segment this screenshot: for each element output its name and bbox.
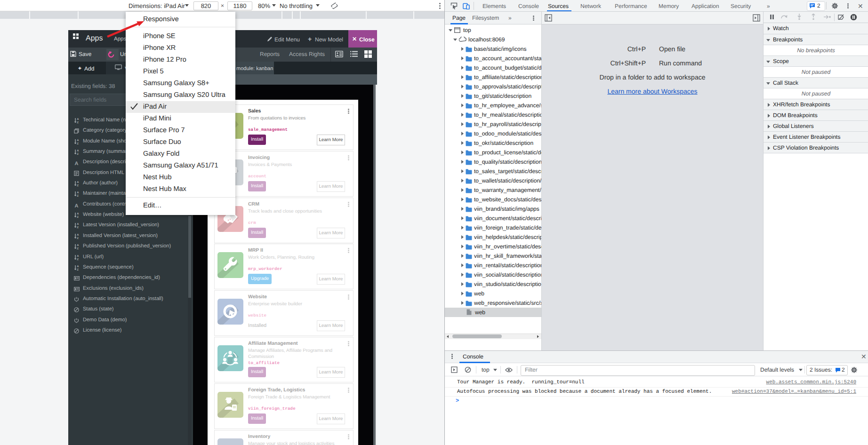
svg-text:Z: Z xyxy=(77,121,79,123)
svg-text:Z: Z xyxy=(77,226,79,228)
svg-text:Z: Z xyxy=(77,184,79,186)
svg-text:A: A xyxy=(77,149,79,152)
svg-text:Z: Z xyxy=(77,247,79,249)
svg-text:Z: Z xyxy=(77,215,79,218)
svg-text:A: A xyxy=(77,265,79,268)
svg-text:A: A xyxy=(77,244,79,247)
svg-text:Z: Z xyxy=(77,194,79,197)
svg-text:Z: Z xyxy=(77,142,79,144)
svg-text:A: A xyxy=(77,191,79,194)
svg-text:Z: Z xyxy=(77,268,79,270)
svg-text:A: A xyxy=(77,118,79,121)
svg-text:Z: Z xyxy=(77,152,79,155)
svg-text:A: A xyxy=(77,212,79,215)
svg-text:A: A xyxy=(77,222,79,226)
svg-text:A: A xyxy=(77,233,79,237)
svg-text:Z: Z xyxy=(77,258,79,260)
svg-text:A: A xyxy=(77,181,79,184)
svg-text:Z: Z xyxy=(77,237,79,239)
svg-text:A: A xyxy=(77,139,79,142)
svg-text:A: A xyxy=(77,254,79,258)
